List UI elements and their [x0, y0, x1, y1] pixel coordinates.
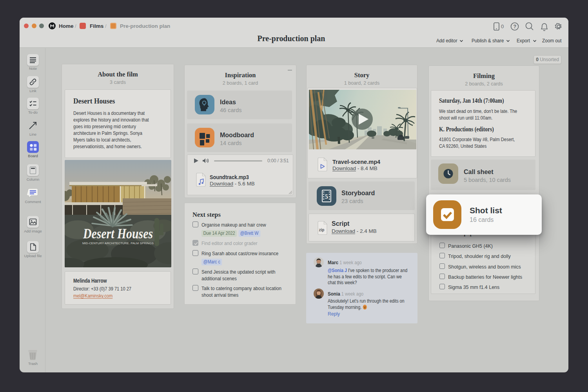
svg-text:MID-CENTURY ARCHITECTURE. PALM: MID-CENTURY ARCHITECTURE. PALM SPRINGS: [82, 241, 154, 245]
svg-text:5: 5: [325, 193, 328, 200]
svg-text:zip: zip: [319, 228, 325, 232]
svg-text:?: ?: [514, 24, 517, 29]
svg-text:Desert Houses: Desert Houses: [83, 226, 153, 241]
svg-text:0: 0: [501, 24, 504, 29]
